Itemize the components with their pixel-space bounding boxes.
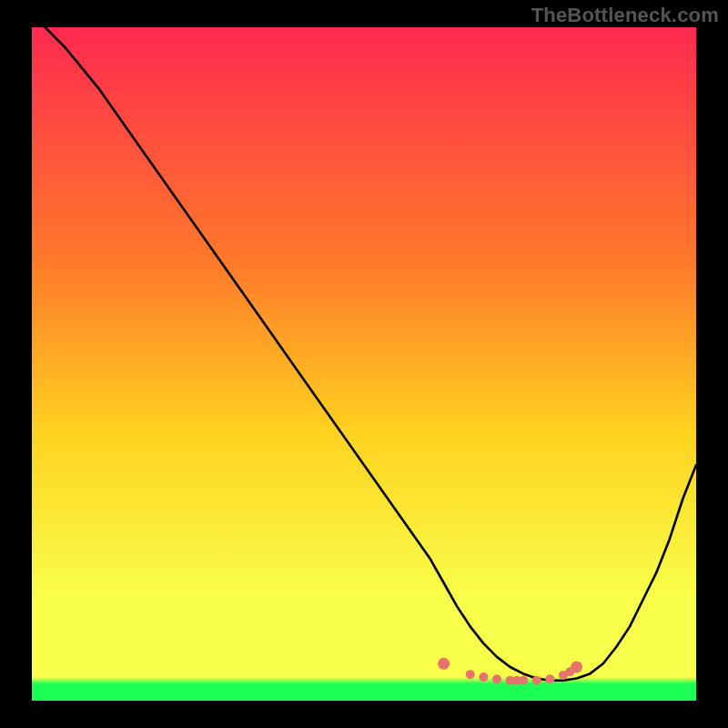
optimal-point-marker	[571, 662, 582, 673]
optimal-point-marker	[466, 670, 475, 679]
gradient-background	[32, 27, 696, 701]
optimal-point-marker	[479, 672, 488, 682]
chart-svg	[32, 27, 696, 701]
optimal-point-marker	[438, 658, 450, 670]
optimal-point-marker	[492, 674, 501, 683]
plot-area	[32, 27, 696, 701]
attribution-label: TheBottleneck.com	[531, 4, 719, 27]
optimal-point-marker	[532, 676, 541, 685]
optimal-point-marker	[545, 674, 554, 683]
chart-container: TheBottleneck.com	[0, 0, 728, 728]
optimal-point-marker	[519, 676, 528, 685]
